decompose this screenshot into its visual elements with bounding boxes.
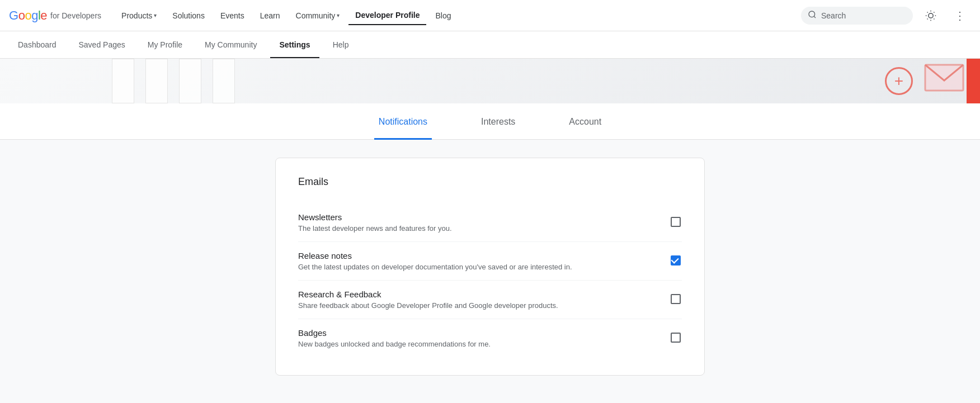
tab-notifications[interactable]: Notifications: [374, 103, 432, 140]
research-feedback-row: Research & Feedback Share feedback about…: [298, 281, 682, 319]
release-notes-title: Release notes: [298, 251, 572, 260]
nav-dashboard[interactable]: Dashboard: [9, 31, 65, 58]
top-navigation: Google for Developers Products ▾ Solutio…: [0, 0, 980, 31]
search-box[interactable]: Search: [801, 7, 913, 25]
nav-settings[interactable]: Settings: [270, 31, 319, 58]
svg-line-6: [934, 18, 934, 19]
nav-events[interactable]: Events: [214, 7, 251, 25]
checkbox-unchecked-icon: [671, 217, 681, 227]
red-accent-bar: [967, 59, 980, 103]
logo[interactable]: Google for Developers: [9, 8, 101, 23]
release-notes-checkbox[interactable]: [671, 255, 682, 267]
checkbox-checked-icon: [671, 255, 681, 265]
chevron-down-icon: ▾: [337, 12, 340, 18]
newsletters-title: Newsletters: [298, 212, 452, 222]
hero-illustration: +: [812, 59, 980, 103]
research-feedback-desc: Share feedback about Google Developer Pr…: [298, 301, 558, 310]
checkbox-unchecked-icon: [671, 294, 681, 304]
hero-banner: +: [0, 59, 980, 103]
nav-right: Search ⋮: [801, 4, 971, 27]
release-notes-row: Release notes Get the latest updates on …: [298, 242, 682, 281]
emails-card: Emails Newsletters The latest developer …: [275, 158, 705, 376]
nav-products[interactable]: Products ▾: [115, 7, 163, 25]
content-area: Emails Newsletters The latest developer …: [266, 140, 714, 393]
logo-google: Google: [9, 8, 47, 23]
badges-row: Badges New badges unlocked and badge rec…: [298, 319, 682, 357]
research-feedback-checkbox[interactable]: [671, 294, 682, 305]
envelope-icon: [924, 60, 969, 102]
tab-interests[interactable]: Interests: [477, 103, 520, 140]
nav-help[interactable]: Help: [324, 31, 358, 58]
vertical-dots-icon: ⋮: [954, 9, 965, 22]
badges-title: Badges: [298, 328, 491, 338]
newsletters-desc: The latest developer news and features f…: [298, 224, 452, 233]
research-feedback-title: Research & Feedback: [298, 290, 558, 299]
release-notes-desc: Get the latest updates on developer docu…: [298, 263, 572, 271]
nav-learn[interactable]: Learn: [253, 7, 287, 25]
plus-circle-icon: +: [885, 67, 913, 95]
settings-tabs: Notifications Interests Account: [0, 103, 980, 140]
svg-line-5: [927, 12, 928, 12]
svg-point-2: [929, 13, 933, 17]
nav-saved-pages[interactable]: Saved Pages: [70, 31, 134, 58]
more-options-button[interactable]: ⋮: [949, 4, 971, 27]
emails-title: Emails: [298, 176, 682, 188]
chevron-down-icon: ▾: [154, 12, 157, 18]
logo-for-devs: for Developers: [50, 11, 101, 20]
search-label: Search: [821, 11, 846, 20]
nav-my-community[interactable]: My Community: [196, 31, 266, 58]
newsletters-row: Newsletters The latest developer news an…: [298, 203, 682, 242]
newsletters-checkbox[interactable]: [671, 217, 682, 228]
search-icon: [808, 10, 817, 21]
checkbox-unchecked-icon: [671, 333, 681, 343]
nav-solutions[interactable]: Solutions: [166, 7, 211, 25]
svg-point-0: [809, 11, 815, 17]
grid-decoration: [112, 59, 235, 103]
svg-line-1: [814, 16, 816, 18]
main-content: Notifications Interests Account Emails N…: [0, 103, 980, 403]
tab-account[interactable]: Account: [564, 103, 606, 140]
nav-blog[interactable]: Blog: [428, 7, 458, 25]
badges-checkbox[interactable]: [671, 333, 682, 344]
second-navigation: Dashboard Saved Pages My Profile My Comm…: [0, 31, 980, 59]
nav-my-profile[interactable]: My Profile: [139, 31, 191, 58]
svg-line-9: [927, 18, 928, 19]
svg-line-10: [934, 12, 934, 12]
nav-community[interactable]: Community ▾: [289, 7, 347, 25]
nav-links: Products ▾ Solutions Events Learn Commun…: [115, 6, 801, 25]
badges-desc: New badges unlocked and badge recommenda…: [298, 340, 491, 348]
brightness-toggle[interactable]: [920, 4, 942, 27]
nav-developer-profile[interactable]: Developer Profile: [348, 6, 426, 25]
